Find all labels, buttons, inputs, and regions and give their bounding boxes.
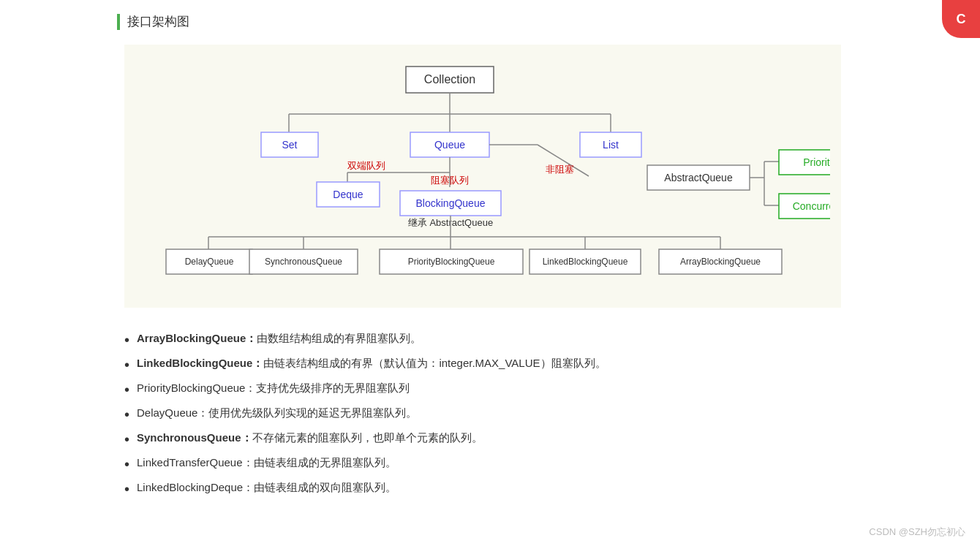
list-item-text: SynchronousQueue：不存储元素的阻塞队列，也即单个元素的队列。: [137, 428, 863, 449]
list-item-normal: LinkedBlockingDeque：由链表组成的双向阻塞队列。: [137, 481, 396, 493]
svg-text:DelayQueue: DelayQueue: [185, 257, 234, 267]
svg-text:SynchronousQueue: SynchronousQueue: [265, 257, 342, 267]
bullet-dot: •: [124, 354, 129, 375]
section-heading: 接口架构图: [117, 13, 863, 30]
svg-text:ConcurrentLinkedQueue: ConcurrentLinkedQueue: [793, 200, 830, 212]
list-item: • PriorityBlockingQueue：支持优先级排序的无界阻塞队列: [124, 378, 863, 400]
main-content: 接口架构图 Collection Set Queue: [0, 0, 863, 515]
list-item-text: LinkedBlockingQueue：由链表结构组成的有界（默认值为：inte…: [137, 353, 863, 374]
list-item-text: ArrayBlockingQueue：由数组结构组成的有界阻塞队列。: [137, 328, 863, 349]
svg-text:ArrayBlockingQueue: ArrayBlockingQueue: [680, 257, 761, 267]
heading-bar: [117, 14, 120, 30]
list-item: • ArrayBlockingQueue：由数组结构组成的有界阻塞队列。: [124, 328, 863, 350]
list-item-normal: PriorityBlockingQueue：支持优先级排序的无界阻塞队列: [137, 382, 410, 394]
architecture-diagram: Collection Set Queue List: [135, 59, 830, 293]
list-item-normal: LinkedTransferQueue：由链表组成的无界阻塞队列。: [137, 456, 396, 469]
list-item-normal: DelayQueue：使用优先级队列实现的延迟无界阻塞队列。: [137, 406, 417, 419]
list-item: • LinkedTransferQueue：由链表组成的无界阻塞队列。: [124, 452, 863, 474]
list-item-bold: SynchronousQueue：: [137, 431, 252, 444]
bullet-dot: •: [124, 379, 129, 400]
list-item-bold: ArrayBlockingQueue：: [137, 332, 257, 344]
section-heading-text: 接口架构图: [127, 13, 189, 30]
svg-text:PriorityQueue: PriorityQueue: [803, 156, 830, 168]
list-item: • LinkedBlockingQueue：由链表结构组成的有界（默认值为：in…: [124, 353, 863, 375]
svg-text:AbstractQueue: AbstractQueue: [664, 172, 733, 183]
list-item-text: LinkedTransferQueue：由链表组成的无界阻塞队列。: [137, 452, 863, 474]
svg-text:BlockingQueue: BlockingQueue: [416, 197, 486, 209]
diagram-container: Collection Set Queue List: [124, 45, 841, 308]
attribution: CSDN @SZH勿忘初心: [869, 526, 965, 539]
svg-text:Collection: Collection: [424, 73, 475, 86]
page-container: C 接口架构图 Collection Set: [0, 0, 980, 546]
svg-text:PriorityBlockingQueue: PriorityBlockingQueue: [408, 257, 495, 267]
list-item: • SynchronousQueue：不存储元素的阻塞队列，也即单个元素的队列。: [124, 428, 863, 450]
bullet-dot: •: [124, 479, 129, 499]
bullet-dot: •: [124, 454, 129, 474]
bullet-dot: •: [124, 404, 129, 425]
bullet-list: • ArrayBlockingQueue：由数组结构组成的有界阻塞队列。 • L…: [124, 328, 863, 499]
svg-text:List: List: [603, 139, 619, 151]
svg-text:非阻塞: 非阻塞: [546, 164, 574, 175]
bullet-dot: •: [124, 429, 129, 450]
list-item: • DelayQueue：使用优先级队列实现的延迟无界阻塞队列。: [124, 403, 863, 425]
list-item: • LinkedBlockingDeque：由链表组成的双向阻塞队列。: [124, 477, 863, 499]
list-item-normal: 由数组结构组成的有界阻塞队列。: [257, 332, 421, 344]
list-item-text: DelayQueue：使用优先级队列实现的延迟无界阻塞队列。: [137, 403, 863, 424]
svg-text:LinkedBlockingQueue: LinkedBlockingQueue: [543, 257, 628, 267]
svg-text:Queue: Queue: [434, 139, 465, 151]
svg-text:双端队列: 双端队列: [347, 160, 385, 171]
csdn-badge: C: [942, 0, 980, 38]
list-item-normal: 不存储元素的阻塞队列，也即单个元素的队列。: [252, 431, 483, 444]
svg-text:阻塞队列: 阻塞队列: [431, 175, 469, 186]
list-item-text: PriorityBlockingQueue：支持优先级排序的无界阻塞队列: [137, 378, 863, 399]
list-item-text: LinkedBlockingDeque：由链表组成的双向阻塞队列。: [137, 477, 863, 498]
svg-text:Set: Set: [282, 139, 297, 151]
list-item-normal: 由链表结构组成的有界（默认值为：integer.MAX_VALUE）阻塞队列。: [263, 357, 606, 369]
svg-text:Deque: Deque: [333, 189, 363, 200]
list-item-bold: LinkedBlockingQueue：: [137, 357, 263, 369]
bullet-dot: •: [124, 330, 129, 350]
